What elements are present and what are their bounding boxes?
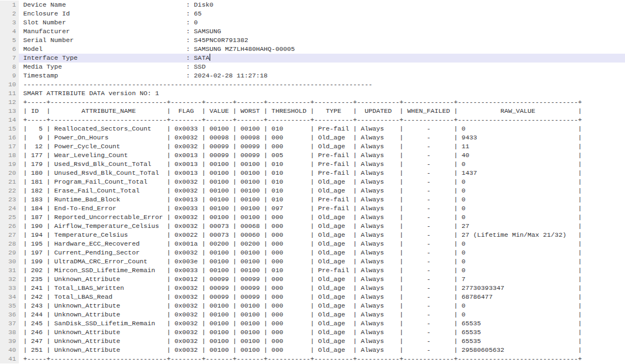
editor-line: 10--------------------------------------… bbox=[0, 80, 625, 89]
editor-line: 20| 180 | Unused_Rsvd_Blk_Count_ToTal | … bbox=[0, 169, 625, 178]
editor-line: 15| 5 | Reallocated_Sectors_Count | 0x00… bbox=[0, 124, 625, 133]
line-number: 2 bbox=[0, 9, 19, 18]
editor-line: 34| 242 | Total_LBAS_Read | 0x0032 | 000… bbox=[0, 293, 625, 301]
line-content[interactable]: | 184 | End-To-End_Error | 0x0033 | 0010… bbox=[19, 204, 625, 213]
editor-line: 21| 181 | Program_Fail_Count_Total | 0x0… bbox=[0, 178, 625, 186]
line-number: 29 bbox=[0, 248, 19, 257]
line-content[interactable]: | 246 | Unknown_Attribute | 0x0032 | 001… bbox=[19, 328, 625, 337]
line-number: 6 bbox=[0, 45, 19, 54]
line-content[interactable]: Timestamp : 2024-02-28 11:27:18 bbox=[19, 71, 625, 80]
line-content[interactable]: | 182 | Erase_Fail_Count_Total | 0x0032 … bbox=[19, 186, 625, 195]
line-content[interactable]: Interface Type : SATA bbox=[19, 54, 625, 63]
line-number: 18 bbox=[0, 151, 19, 160]
editor-line: 11SMART ATTRIBIUTE DATA version NO: 1 bbox=[0, 89, 625, 98]
line-number: 33 bbox=[0, 284, 19, 293]
line-content[interactable]: | 180 | Unused_Rsvd_Blk_Count_ToTal | 0x… bbox=[19, 169, 625, 178]
line-number: 41 bbox=[0, 355, 19, 363]
editor-line: 23| 183 | Runtime_Bad_Block | 0x0013 | 0… bbox=[0, 195, 625, 204]
line-number: 19 bbox=[0, 160, 19, 169]
editor-lines: 1Device Name : Disk02Enclosure Id : 653S… bbox=[0, 1, 625, 363]
line-number: 26 bbox=[0, 222, 19, 231]
line-content[interactable]: | 242 | Total_LBAS_Read | 0x0032 | 00099… bbox=[19, 293, 625, 301]
line-number: 37 bbox=[0, 319, 19, 328]
line-content[interactable]: | 5 | Reallocated_Sectors_Count | 0x0033… bbox=[19, 124, 625, 133]
line-number: 23 bbox=[0, 195, 19, 204]
line-content[interactable]: Slot Number : 0 bbox=[19, 18, 625, 27]
editor-line: 39| 247 | Unknown_Attribute | 0x0032 | 0… bbox=[0, 337, 625, 346]
line-number: 24 bbox=[0, 204, 19, 213]
editor-line: 19| 179 | Used_Rsvd_Blk_Count_ToTal | 0x… bbox=[0, 160, 625, 169]
line-content[interactable]: Device Name : Disk0 bbox=[19, 1, 625, 9]
line-content[interactable]: | 199 | UltraDMA_CRC_Error_Count | 0x003… bbox=[19, 257, 625, 266]
line-content[interactable]: | 181 | Program_Fail_Count_Total | 0x003… bbox=[19, 178, 625, 186]
line-content[interactable]: | 244 | Unknown_Attribute | 0x0032 | 001… bbox=[19, 310, 625, 319]
line-number: 1 bbox=[0, 1, 19, 9]
line-content[interactable]: | 195 | Hardware_ECC_Recovered | 0x001a … bbox=[19, 240, 625, 248]
editor-line: 3Slot Number : 0 bbox=[0, 18, 625, 27]
line-content[interactable]: | 197 | Current_Pending_Sector | 0x0032 … bbox=[19, 248, 625, 257]
editor-line: 17| 12 | Power_Cycle_Count | 0x0032 | 00… bbox=[0, 142, 625, 151]
editor-line: 6Model : SAMSUNG MZ7LH480HAHQ-00005 bbox=[0, 45, 625, 54]
line-content[interactable]: SMART ATTRIBIUTE DATA version NO: 1 bbox=[19, 89, 625, 98]
line-content[interactable]: Enclosure Id : 65 bbox=[19, 9, 625, 18]
text-editor: 1Device Name : Disk02Enclosure Id : 653S… bbox=[0, 0, 625, 364]
line-content[interactable]: | 12 | Power_Cycle_Count | 0x0032 | 0009… bbox=[19, 142, 625, 151]
line-content[interactable]: Manufacturer : SAMSUNG bbox=[19, 27, 625, 36]
line-content[interactable]: | 183 | Runtime_Bad_Block | 0x0013 | 001… bbox=[19, 195, 625, 204]
line-content[interactable]: ----------------------------------------… bbox=[19, 80, 625, 89]
line-number: 12 bbox=[0, 98, 19, 107]
editor-line: 38| 246 | Unknown_Attribute | 0x0032 | 0… bbox=[0, 328, 625, 337]
line-content[interactable]: +-----+------------------------------+--… bbox=[19, 355, 625, 363]
line-content[interactable]: Media Type : SSD bbox=[19, 63, 625, 71]
line-content[interactable]: Serial Number : S45PNC0R791382 bbox=[19, 36, 625, 45]
editor-line: 24| 184 | End-To-End_Error | 0x0033 | 00… bbox=[0, 204, 625, 213]
editor-line: 13| ID | ATTRIBUTE_NAME | FLAG | VALUE |… bbox=[0, 107, 625, 116]
editor-line: 2Enclosure Id : 65 bbox=[0, 9, 625, 18]
editor-line: 27| 194 | Temperature_Celsius | 0x0022 |… bbox=[0, 231, 625, 240]
editor-line: 28| 195 | Hardware_ECC_Recovered | 0x001… bbox=[0, 240, 625, 248]
editor-line: 31| 202 | Mircon_SSD_Lifetime_Remain | 0… bbox=[0, 266, 625, 275]
editor-line: 7Interface Type : SATA bbox=[0, 54, 625, 63]
editor-line: 35| 243 | Unknown_Attribute | 0x0032 | 0… bbox=[0, 301, 625, 310]
editor-line: 16| 9 | Power_On_Hours | 0x0032 | 00098 … bbox=[0, 133, 625, 142]
line-content[interactable]: | 247 | Unknown_Attribute | 0x0032 | 001… bbox=[19, 337, 625, 346]
line-content[interactable]: | 241 | Total_LBAS_Written | 0x0032 | 00… bbox=[19, 284, 625, 293]
editor-line: 1Device Name : Disk0 bbox=[0, 1, 625, 9]
line-content[interactable]: | 190 | Airflow_Temperature_Celsius | 0x… bbox=[19, 222, 625, 231]
editor-line: 32| 235 | Unknown_Attribute | 0x0012 | 0… bbox=[0, 275, 625, 284]
editor-line: 22| 182 | Erase_Fail_Count_Total | 0x003… bbox=[0, 186, 625, 195]
line-content[interactable]: | 251 | Unknown_Attribute | 0x0032 | 001… bbox=[19, 346, 625, 355]
line-number: 10 bbox=[0, 80, 19, 89]
line-content[interactable]: | 235 | Unknown_Attribute | 0x0012 | 000… bbox=[19, 275, 625, 284]
editor-line: 25| 187 | Reported_Uncorrectable_Error |… bbox=[0, 213, 625, 222]
line-content[interactable]: | ID | ATTRIBUTE_NAME | FLAG | VALUE | W… bbox=[19, 107, 625, 116]
line-number: 9 bbox=[0, 71, 19, 80]
line-content[interactable]: | 187 | Reported_Uncorrectable_Error | 0… bbox=[19, 213, 625, 222]
line-content[interactable]: +-----+------------------------------+--… bbox=[19, 98, 625, 107]
line-number: 32 bbox=[0, 275, 19, 284]
editor-line: 37| 245 | SanDisk_SSD_Lifetim_Remain | 0… bbox=[0, 319, 625, 328]
line-content[interactable]: Model : SAMSUNG MZ7LH480HAHQ-00005 bbox=[19, 45, 625, 54]
line-number: 25 bbox=[0, 213, 19, 222]
line-number: 39 bbox=[0, 337, 19, 346]
line-number: 15 bbox=[0, 124, 19, 133]
line-number: 3 bbox=[0, 18, 19, 27]
line-number: 20 bbox=[0, 169, 19, 178]
editor-line: 26| 190 | Airflow_Temperature_Celsius | … bbox=[0, 222, 625, 231]
line-content[interactable]: +-----+------------------------------+--… bbox=[19, 116, 625, 124]
line-number: 21 bbox=[0, 178, 19, 186]
line-content[interactable]: | 243 | Unknown_Attribute | 0x0032 | 001… bbox=[19, 301, 625, 310]
line-number: 4 bbox=[0, 27, 19, 36]
line-content[interactable]: | 9 | Power_On_Hours | 0x0032 | 00098 | … bbox=[19, 133, 625, 142]
line-content[interactable]: | 179 | Used_Rsvd_Blk_Count_ToTal | 0x00… bbox=[19, 160, 625, 169]
editor-line: 29| 197 | Current_Pending_Sector | 0x003… bbox=[0, 248, 625, 257]
line-content[interactable]: | 245 | SanDisk_SSD_Lifetim_Remain | 0x0… bbox=[19, 319, 625, 328]
line-number: 36 bbox=[0, 310, 19, 319]
editor-line: 9Timestamp : 2024-02-28 11:27:18 bbox=[0, 71, 625, 80]
line-content[interactable]: | 202 | Mircon_SSD_Lifetime_Remain | 0x0… bbox=[19, 266, 625, 275]
line-number: 13 bbox=[0, 107, 19, 116]
line-content[interactable]: | 177 | Wear_Leveling_Count | 0x0013 | 0… bbox=[19, 151, 625, 160]
line-number: 31 bbox=[0, 266, 19, 275]
line-content[interactable]: | 194 | Temperature_Celsius | 0x0022 | 0… bbox=[19, 231, 625, 240]
editor-line: 33| 241 | Total_LBAS_Written | 0x0032 | … bbox=[0, 284, 625, 293]
